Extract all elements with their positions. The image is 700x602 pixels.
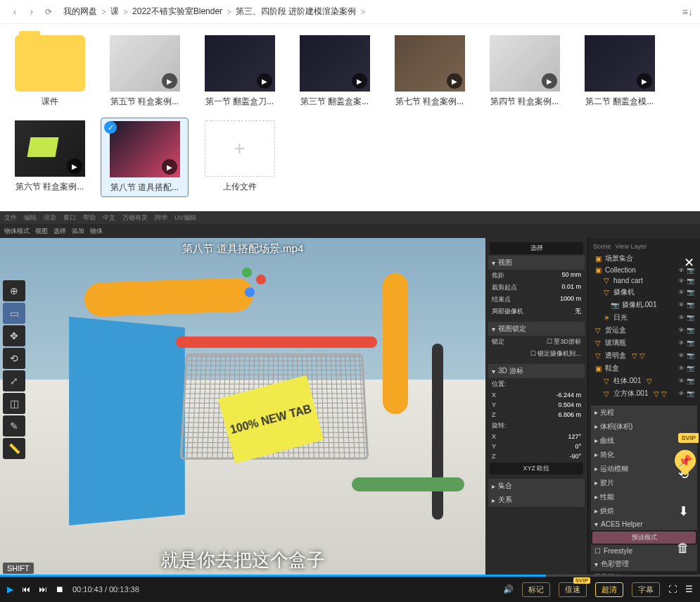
svip-badge: SVIP <box>678 433 699 443</box>
download-button[interactable]: ⬇ <box>672 500 694 522</box>
volume-button[interactable]: 🔊 <box>503 584 514 594</box>
crumb-l2[interactable]: 2022不错实验室Blender <box>132 6 222 18</box>
menu-item[interactable]: 帮助 <box>83 213 96 222</box>
cursor-tool[interactable]: ⊕ <box>3 280 25 301</box>
playlist-button[interactable]: ☰ <box>685 584 693 594</box>
delete-button[interactable]: 🗑 <box>672 537 694 559</box>
panel-cursor-header[interactable]: ▾ 3D 游标 <box>488 364 585 378</box>
play-icon: ▶ <box>162 73 177 89</box>
scene-pipe-green <box>352 477 464 491</box>
forward-button[interactable]: › <box>24 4 39 20</box>
file-name: 第八节 道具搭配... <box>104 182 185 194</box>
file-item[interactable]: ▶第四节 鞋盒案例... <box>481 32 568 111</box>
video-controls: ▶ ⏮ ⏭ ⏹ 00:10:43 / 00:13:38 🔊 标记 倍速SVIP … <box>0 577 700 602</box>
close-button[interactable]: ✕ <box>684 255 694 270</box>
menu-item[interactable]: 中文 <box>103 213 115 222</box>
viewlayer-selector[interactable]: View Layer <box>616 243 647 250</box>
file-name: 第七节 鞋盒案例... <box>388 96 471 108</box>
scene-pipe-dark <box>432 344 443 520</box>
speed-button[interactable]: 倍速SVIP <box>559 582 587 597</box>
outliner-item[interactable]: ▽hand cart👁 📷 <box>591 275 697 286</box>
nav-gizmo[interactable] <box>232 266 267 301</box>
prev-button[interactable]: ⏮ <box>22 584 30 594</box>
outliner-root[interactable]: ▣场景集合 <box>591 252 697 265</box>
measure-tool[interactable]: 📏 <box>3 438 25 459</box>
annotate-tool[interactable]: ✎ <box>3 415 25 437</box>
file-name: 第四节 鞋盒案例... <box>483 96 566 108</box>
prop-section[interactable]: ▸ 体积(体积) <box>591 420 697 434</box>
menu-item[interactable]: 窗口 <box>63 213 76 222</box>
subtitle-button[interactable]: 字幕 <box>632 582 660 597</box>
blender-toolbar: 物体模式视图选择添加物体 <box>0 224 700 238</box>
sort-button[interactable]: ≡↓ <box>682 6 693 18</box>
viewport-3d[interactable]: 第八节 道具搭配场景.mp4 ⊕ ▭ ✥ ⟲ ⤢ ◫ ✎ 📏 100% NEW … <box>0 238 485 577</box>
toolbar-item[interactable]: 物体 <box>90 227 103 236</box>
mark-button[interactable]: 标记 <box>522 582 550 597</box>
fullscreen-button[interactable]: ⛶ <box>668 584 677 594</box>
select-dropdown[interactable]: 选择 <box>490 242 583 254</box>
toolbar-item[interactable]: 视图 <box>35 227 48 236</box>
toolbar-item[interactable]: 选择 <box>53 227 66 236</box>
file-item[interactable]: ▶第三节 翻盖盒案... <box>291 32 378 111</box>
time-display: 00:10:43 / 00:13:38 <box>72 585 139 594</box>
menu-item[interactable]: 万物有灵 <box>122 213 148 222</box>
menu-item[interactable]: 阿华 <box>155 213 167 222</box>
video-title: 第八节 道具搭配场景.mp4 <box>182 242 304 256</box>
panel-view-header[interactable]: ▾ 视图 <box>488 256 585 270</box>
file-name: 上传文件 <box>198 181 281 193</box>
file-item[interactable]: ▶第一节 翻盖盒刀... <box>196 32 284 111</box>
back-button[interactable]: ‹ <box>7 4 23 20</box>
rotate-tool[interactable]: ⟲ <box>3 348 25 369</box>
scene-pipe-yellow-vert <box>383 273 408 414</box>
scale-tool[interactable]: ⤢ <box>3 370 25 391</box>
outliner-item[interactable]: ▽货运盒👁 📷 <box>591 324 697 337</box>
outliner-item[interactable]: ▣Collection👁 📷 <box>591 265 697 275</box>
outliner-item[interactable]: ▽透明盒▽ ▽👁 📷 <box>591 349 697 362</box>
file-item[interactable]: ▶第八节 道具搭配... <box>101 118 189 197</box>
menu-item[interactable]: 编辑 <box>24 213 37 222</box>
crumb-root[interactable]: 我的网盘 <box>63 6 97 18</box>
settings-button[interactable]: ⚙ <box>672 573 694 577</box>
crumb-l3[interactable]: 第三、四阶段 进阶建模渲染案例 <box>236 6 356 18</box>
toolbar-item[interactable]: 添加 <box>72 227 84 236</box>
play-icon: ▶ <box>67 158 82 174</box>
outliner-item[interactable]: ▽玻璃瓶👁 📷 <box>591 337 697 349</box>
menu-item[interactable]: UV编辑 <box>174 213 196 222</box>
outliner-item[interactable]: ▽立方体.001▽ ▽👁 📷 <box>591 387 697 400</box>
transform-tool[interactable]: ◫ <box>3 393 25 414</box>
crumb-l1[interactable]: 课 <box>110 6 119 18</box>
video-subtitle: 就是你去把这个盒子 <box>160 548 325 572</box>
play-button[interactable]: ▶ <box>7 584 13 594</box>
file-item[interactable]: 课件 <box>6 32 94 111</box>
toolbar-item[interactable]: 物体模式 <box>4 227 30 236</box>
file-item[interactable]: ▶第七节 鞋盒案例... <box>386 32 473 111</box>
progress-bar[interactable] <box>0 575 700 577</box>
outliner-item[interactable]: ☀日光👁 📷 <box>591 311 697 324</box>
stop-button[interactable]: ⏹ <box>56 584 64 594</box>
outliner-item[interactable]: ▽摄像机👁 📷 <box>591 286 697 299</box>
quality-button[interactable]: 超清 <box>595 582 623 597</box>
menu-item[interactable]: 渲染 <box>44 213 56 222</box>
move-tool[interactable]: ✥ <box>3 325 25 346</box>
folder-icon <box>15 35 85 92</box>
outliner-item[interactable]: 📷摄像机.001👁 📷 <box>591 299 697 311</box>
select-tool[interactable]: ▭ <box>3 303 25 324</box>
next-button[interactable]: ⏭ <box>39 584 47 594</box>
file-item[interactable]: ▶第五节 鞋盒案例... <box>101 32 189 111</box>
panel-lock-header[interactable]: ▾ 视图锁定 <box>488 322 585 336</box>
file-item[interactable]: ▶第六节 鞋盒案例... <box>6 118 94 197</box>
prop-section[interactable]: ▸ 光程 <box>591 406 697 420</box>
outliner-item[interactable]: ▽柱体.001▽👁 📷 <box>591 375 697 387</box>
file-item[interactable]: ▶第二节 翻盖盒模... <box>575 32 663 111</box>
scene-selector[interactable]: Scene <box>593 243 611 250</box>
file-item[interactable]: +上传文件 <box>196 118 284 197</box>
shift-indicator: SHIFT <box>3 563 34 574</box>
panel-collection-header[interactable]: ▸ 集合 <box>488 479 585 493</box>
refresh-button[interactable]: ⟳ <box>41 4 56 20</box>
file-name: 第一节 翻盖盒刀... <box>198 96 281 108</box>
panel-relation-header[interactable]: ▸ 关系 <box>488 493 585 507</box>
menu-item[interactable]: 文件 <box>4 213 17 222</box>
play-icon: ▶ <box>637 73 652 89</box>
n-panel: 选择 ▾ 视图 焦距50 mm 裁剪起点0.01 m 结束点1000 m 局部摄… <box>485 238 587 577</box>
outliner-item[interactable]: ▣鞋盒👁 📷 <box>591 362 697 375</box>
